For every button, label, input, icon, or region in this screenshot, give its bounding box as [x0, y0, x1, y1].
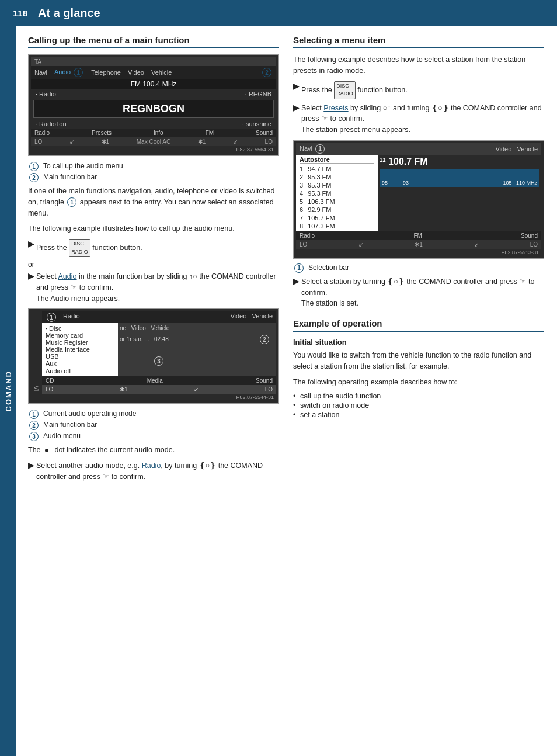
annot-badge-4: 2: [29, 421, 39, 430]
radio-nav-row: Navi Audio 1 Telephone Video Vehicle 2: [31, 66, 276, 79]
right-section-heading: Selecting a menu item: [293, 35, 544, 48]
preset-menu-appears: The station preset menu appears.: [301, 126, 410, 134]
annot-item-3: 1 Current audio operating mode: [28, 410, 279, 419]
preset-row-4: 495.3 FM: [300, 189, 374, 197]
right-disc-radio-btn: DISCRADIO: [334, 81, 356, 99]
bullet-item-2: switch on radio mode: [293, 401, 544, 410]
audio-badge3-wrap: 3: [153, 356, 165, 366]
audio-bottom-row: CD Media Sound: [42, 376, 276, 385]
bottom-info: Info: [154, 130, 163, 136]
bullet-item-3: set a station: [293, 411, 544, 419]
pb2-arrow: ↙: [358, 241, 363, 248]
audio-annotations: 1 Current audio operating mode 2 Main fu…: [28, 410, 279, 441]
right-arrow3-text: Select a station by turning ❴○❵ the COMA…: [301, 276, 544, 309]
disc-radio-btn: DISCRADIO: [69, 239, 90, 257]
bl-arrow2: ↙: [233, 138, 238, 145]
radio-bottom-row2: LO ↙ ✱1 Max Cool AC ✱1 ↙ LO: [31, 137, 276, 146]
bl-maxcool: Max Cool AC: [137, 138, 170, 145]
sidebar-label: COMAND: [4, 370, 13, 412]
audio-right-nav: Video Vehicle: [230, 313, 273, 322]
ab-media: Media: [147, 377, 163, 384]
presets-bottom-row: Radio FM Sound: [296, 231, 541, 240]
presets-nav-row: Navi 1 — Video Vehicle: [296, 143, 541, 155]
example-para2: The following operating example describe…: [293, 377, 544, 388]
ab2-arrow: ↙: [194, 386, 199, 393]
audio-badge2: 2: [260, 335, 269, 344]
audio-radio-label: Radio: [63, 313, 80, 322]
sidebar: COMAND: [0, 26, 16, 756]
presets-highlight: Presets: [323, 104, 348, 112]
initial-situation-heading: Initial situation: [293, 338, 544, 346]
left-section-heading: Calling up the menu of a main function: [28, 35, 279, 48]
right-column: Selecting a menu item The following exam…: [293, 35, 544, 747]
scale-right: 105 110 MHz: [503, 180, 537, 186]
pn-navi: Navi 1: [300, 144, 326, 154]
audio-menu-appears: The Audio menu appears.: [36, 294, 120, 303]
radio-highlight: Radio: [142, 462, 161, 470]
menu-memory: Memory card: [46, 332, 114, 339]
bottom-sound: Sound: [256, 130, 273, 136]
badge-2: 2: [262, 68, 271, 77]
radio-station-row: · Radio · REGNB: [31, 89, 276, 99]
radio-sub-row: · RadioTon · sunshine: [31, 119, 276, 129]
station-right: · REGNB: [245, 91, 271, 98]
para2: The following example illustrates how to…: [28, 223, 279, 234]
nav-audio: Audio 1: [54, 68, 84, 77]
bottom-presets: Presets: [92, 130, 112, 136]
annot-text-1: To call up the audio menu: [43, 162, 123, 170]
page-title: At a glance: [38, 6, 100, 20]
pb-radio: Radio: [300, 233, 315, 239]
left-column: Calling up the menu of a main function T…: [28, 35, 279, 747]
right-arrow1-text: Press the DISCRADIO function button.: [301, 81, 408, 99]
badge-1: 1: [74, 68, 83, 77]
radio-big-station: REGNBOGN: [33, 100, 274, 118]
annot-badge-1: 1: [29, 162, 39, 171]
ab-cd: CD: [46, 377, 54, 384]
annot-text-4: Main function bar: [43, 421, 97, 429]
radio-topbar: TA: [31, 57, 276, 66]
audio-right-panel: ne Video Vehicle 2 or 1r sar, ... 02:48 …: [118, 323, 276, 376]
menu-aux: Aux: [46, 360, 114, 367]
pb-sound: Sound: [521, 233, 538, 239]
menu-usb: USB: [46, 353, 114, 360]
menu-music: Music Register: [46, 339, 114, 346]
audio-nav-row: 1 Radio Video Vehicle: [42, 311, 276, 323]
audio-photo-ref: P82.87-5544-31: [31, 394, 276, 401]
para1: If one of the main functions navigation,…: [28, 186, 279, 219]
arrow-item-2: ▶ Select Audio in the main function bar …: [28, 271, 279, 304]
presets-photo-ref: P82.87-5513-31: [296, 249, 541, 256]
right-arrow-item-2: ▶ Select Presets by sliding ○↑ and turni…: [293, 103, 544, 136]
bl-lo: LO: [34, 138, 42, 145]
station-set-text: The station is set.: [301, 299, 358, 307]
station-left: · Radio: [36, 91, 56, 98]
sub-left: · RadioTon: [36, 120, 67, 127]
annot-badge-3: 1: [29, 410, 39, 419]
pb2-lo2: LO: [530, 241, 538, 248]
pb2-lo: LO: [300, 241, 307, 248]
annot-text-5: Audio menu: [43, 432, 81, 440]
bl-star1: ✱1: [102, 138, 110, 145]
radio-annotations: 1 To call up the audio menu 2 Main funct…: [28, 162, 279, 182]
annot-item-5: 3 Audio menu: [28, 432, 279, 441]
bl-lo2: LO: [265, 138, 273, 145]
nav-video: Video: [128, 69, 144, 76]
presets-list: Autostore 194.7 FM 295.3 FM 395.3 FM 495…: [296, 155, 378, 231]
audio-badge1: 1: [46, 313, 57, 322]
menu-audio-off: Audio off: [46, 367, 114, 374]
nav-badge2: 2: [261, 68, 273, 77]
bottom-fm: FM: [206, 130, 214, 136]
radio-freq: FM 100.4 MHz: [31, 79, 276, 89]
presets-right-freq: ¹² 100.7 FM: [380, 157, 539, 167]
dot-para: The dot indicates the current audio mode…: [28, 445, 279, 456]
inline-badge-1: 1: [67, 197, 76, 207]
page-header: 118 At a glance: [0, 0, 557, 26]
arrow1-text: Press the DISCRADIO function button.: [36, 239, 142, 257]
nav-navi: Navi: [34, 69, 47, 76]
preset-row-5: 5106.3 FM: [300, 197, 374, 206]
scale-left: 95: [382, 180, 388, 186]
radio-bottom-row: Radio Presets Info FM Sound: [31, 129, 276, 137]
bottom-radio: Radio: [34, 130, 50, 136]
arrow3-text: Select another audio mode, e.g. Radio, b…: [36, 460, 279, 483]
presets-annot-1: 1 Selection bar: [293, 263, 544, 273]
audio-badge2-wrap: 2: [259, 335, 270, 344]
